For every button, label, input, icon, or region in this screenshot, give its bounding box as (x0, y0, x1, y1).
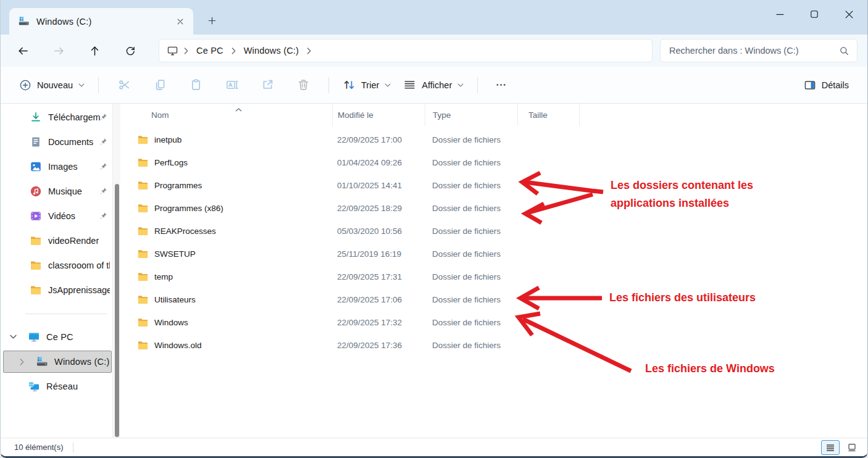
ellipsis-icon (495, 78, 507, 91)
details-view-button[interactable] (821, 440, 840, 455)
minimize-button[interactable] (762, 0, 797, 28)
file-type: Dossier de fichiers (425, 272, 517, 281)
file-list: Nom Modifié le Type Taille inetpub 22/09… (120, 104, 867, 438)
sidebar-item-videorender[interactable]: videoRender (2, 228, 112, 253)
file-modified-date: 22/09/2025 17:06 (332, 295, 425, 304)
more-options-button[interactable] (489, 73, 512, 98)
sidebar-item-images[interactable]: Images (2, 154, 112, 179)
file-row[interactable]: Windows.old 22/09/2025 17:36 Dossier de … (120, 334, 867, 357)
pin-icon (99, 162, 107, 172)
refresh-button[interactable] (117, 40, 144, 62)
paste-button[interactable] (182, 73, 210, 98)
search-icon[interactable] (839, 46, 849, 56)
sidebar-item-windows-c-selected[interactable]: Windows (C:) (3, 351, 112, 373)
sort-icon (343, 78, 356, 91)
file-row[interactable]: Programmes (x86) 22/09/2025 18:29 Dossie… (120, 197, 867, 220)
download-icon (30, 111, 42, 123)
file-name: Programmes (154, 181, 202, 190)
folder-icon (137, 180, 149, 191)
view-button[interactable]: Afficher (397, 73, 470, 96)
sidebar-item-musique[interactable]: Musique (2, 179, 112, 204)
scrollbar-thumb[interactable] (115, 184, 119, 437)
file-modified-date: 05/03/2020 10:56 (332, 227, 425, 236)
tab-close-icon[interactable] (172, 14, 188, 30)
folder-icon (137, 294, 149, 306)
thumbnails-view-icon (847, 443, 857, 452)
close-button[interactable] (832, 0, 866, 28)
sidebar-item-reseau[interactable]: Réseau (1, 374, 120, 399)
music-icon (30, 185, 42, 198)
computer-icon (167, 45, 178, 57)
details-pane-button[interactable]: Détails (798, 74, 855, 96)
rename-icon (225, 78, 238, 91)
column-header-modified[interactable]: Modifié le (332, 104, 425, 126)
folder-icon (30, 284, 42, 296)
sidebar-item-classrooom-of-th[interactable]: classrooom of th (2, 253, 112, 278)
back-button[interactable] (9, 40, 36, 62)
file-type: Dossier de fichiers (425, 295, 517, 304)
sidebar-item-label: Vidéos (48, 211, 75, 221)
sidebar-scrollbar[interactable] (112, 104, 120, 438)
search-input[interactable]: Rechercher dans : Windows (C:) (660, 39, 858, 62)
titlebar: Windows (C:) (1, 0, 867, 35)
forward-button[interactable] (45, 40, 72, 62)
file-row[interactable]: PerfLogs 01/04/2024 09:26 Dossier de fic… (120, 151, 867, 174)
column-header-size[interactable]: Taille (517, 104, 579, 126)
sidebar-item-label: classrooom of th (48, 260, 110, 270)
folder-icon (137, 225, 149, 237)
file-row[interactable]: inetpub 22/09/2025 17:00 Dossier de fich… (120, 128, 867, 151)
thumbnails-view-button[interactable] (843, 440, 861, 455)
toolbar-divider (477, 77, 478, 93)
sidebar-item-telechargements[interactable]: Téléchargem (2, 105, 112, 130)
chevron-right-icon[interactable] (232, 48, 236, 54)
rename-button[interactable] (217, 73, 246, 98)
file-row[interactable]: Windows 22/09/2025 17:32 Dossier de fich… (120, 311, 867, 334)
file-name: Windows.old (154, 341, 202, 350)
file-name: temp (154, 272, 173, 281)
maximize-button[interactable] (797, 0, 832, 28)
file-name: PerfLogs (154, 158, 188, 167)
file-type: Dossier de fichiers (425, 181, 517, 190)
command-toolbar: Nouveau Trier Afficher (1, 67, 867, 104)
up-button[interactable] (81, 40, 108, 62)
sidebar-item-documents[interactable]: Documents (2, 130, 112, 154)
file-row[interactable]: REAKProcesses 05/03/2020 10:56 Dossier d… (120, 220, 867, 243)
sidebar-item-jsapprenissage2[interactable]: JsApprenissage2 (2, 278, 112, 302)
chevron-right-icon[interactable] (184, 48, 188, 54)
file-row[interactable]: temp 22/09/2025 17:31 Dossier de fichier… (120, 265, 867, 288)
breadcrumb-ce-pc[interactable]: Ce PC (194, 44, 226, 57)
file-row[interactable]: Utilisateurs 22/09/2025 17:06 Dossier de… (120, 288, 867, 311)
chevron-right-icon[interactable] (307, 48, 311, 54)
image-icon (30, 160, 42, 173)
sidebar-label-windows-c: Windows (C:) (54, 357, 109, 367)
address-bar[interactable]: Ce PC Windows (C:) (159, 39, 653, 62)
sidebar-label-reseau: Réseau (46, 381, 78, 391)
folder-icon (137, 202, 149, 214)
file-row[interactable]: Programmes 01/10/2025 14:41 Dossier de f… (120, 174, 867, 197)
folder-icon (137, 271, 149, 283)
chevron-down-icon[interactable] (10, 335, 17, 339)
breadcrumb-windows-c[interactable]: Windows (C:) (241, 44, 301, 57)
file-modified-date: 01/10/2025 14:41 (332, 181, 425, 190)
toolbar-divider (98, 77, 99, 93)
column-header-type[interactable]: Type (425, 104, 517, 126)
plus-circle-icon (19, 79, 31, 91)
share-icon (261, 78, 274, 91)
chevron-right-icon[interactable] (20, 359, 24, 365)
sidebar-item-ce-pc[interactable]: Ce PC (1, 325, 120, 349)
sidebar-item-videos[interactable]: Vidéos (2, 204, 112, 228)
video-icon (30, 210, 42, 222)
clipboard-icon (190, 78, 202, 91)
copy-button[interactable] (146, 73, 174, 98)
delete-button[interactable] (289, 73, 317, 98)
sidebar-item-label: Musique (48, 186, 82, 196)
share-button[interactable] (253, 73, 282, 98)
column-header-name[interactable]: Nom (120, 104, 332, 126)
explorer-tab[interactable]: Windows (C:) (9, 8, 193, 35)
new-tab-button[interactable] (203, 12, 220, 29)
cut-button[interactable] (110, 73, 138, 98)
sort-button[interactable]: Trier (336, 73, 397, 96)
file-explorer-window: Windows (C:) (0, 0, 868, 458)
file-row[interactable]: SWSETUP 25/11/2019 16:19 Dossier de fich… (120, 243, 867, 265)
new-button[interactable]: Nouveau (13, 74, 91, 96)
